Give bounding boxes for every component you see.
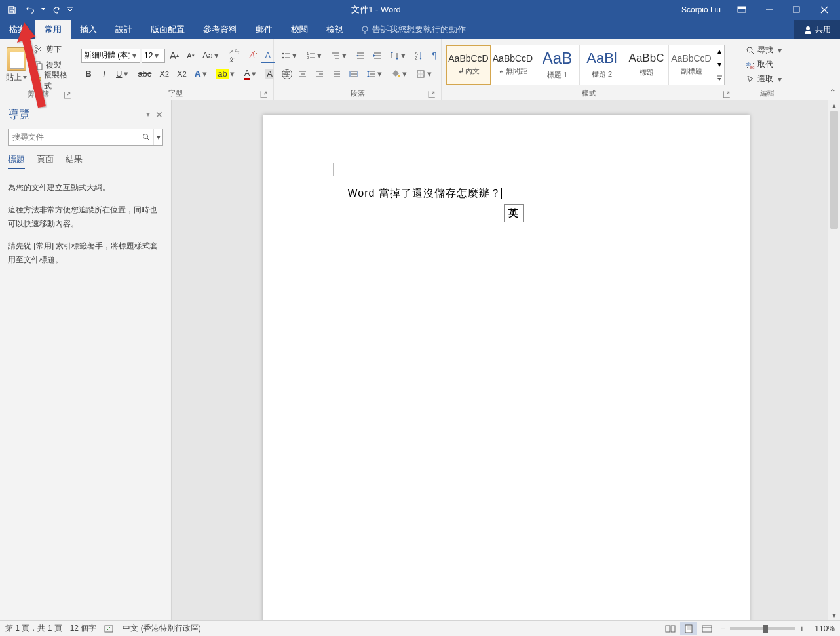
tab-view[interactable]: 檢視 xyxy=(317,20,353,39)
styles-down-icon[interactable]: ▾ xyxy=(714,58,724,71)
user-name[interactable]: Scorpio Liu xyxy=(675,5,727,14)
scroll-thumb[interactable] xyxy=(830,111,838,229)
style-heading2[interactable]: AaBl標題 2 xyxy=(580,45,624,85)
share-button[interactable]: 共用 xyxy=(794,20,840,39)
document-area[interactable]: Word 當掉了還沒儲存怎麼辦？​ 英 ▴ ▾ xyxy=(172,100,840,620)
format-painter-button[interactable]: 複製格式 xyxy=(31,73,73,88)
styles-more-icon[interactable] xyxy=(714,71,724,84)
decrease-indent-button[interactable] xyxy=(353,49,368,63)
shrink-font-button[interactable]: A▾ xyxy=(183,49,198,63)
styles-up-icon[interactable]: ▴ xyxy=(714,45,724,58)
tab-home[interactable]: 常用 xyxy=(35,20,71,39)
phonetic-guide-button[interactable]: ㄨㄣ文 xyxy=(225,49,244,63)
page[interactable]: Word 當掉了還沒儲存怎麼辦？​ 英 xyxy=(263,115,750,620)
undo-dropdown-icon[interactable] xyxy=(41,2,46,18)
multilevel-button[interactable]: ▾ xyxy=(328,49,351,63)
zoom-slider[interactable] xyxy=(730,627,795,630)
find-button[interactable]: 尋找▾ xyxy=(743,44,786,57)
strike-button[interactable]: abc xyxy=(134,67,155,81)
dialog-launcher-icon[interactable] xyxy=(64,91,71,99)
tab-insert[interactable]: 插入 xyxy=(71,20,106,39)
cut-button[interactable]: 剪下 xyxy=(31,42,73,56)
highlight-button[interactable]: ab▾ xyxy=(213,67,239,81)
redo-icon[interactable] xyxy=(48,2,64,18)
font-size-combo[interactable]: 12▾ xyxy=(142,49,165,63)
undo-icon[interactable] xyxy=(22,2,38,18)
align-right-button[interactable] xyxy=(312,67,328,81)
underline-button[interactable]: U▾ xyxy=(113,67,133,81)
replace-button[interactable]: abac取代 xyxy=(743,58,786,71)
change-case-button[interactable]: Aa▾ xyxy=(199,49,224,63)
font-color-button[interactable]: A▾ xyxy=(241,67,261,81)
nav-dropdown-icon[interactable]: ▾ xyxy=(146,109,150,120)
nav-tab-pages[interactable]: 頁面 xyxy=(37,153,54,169)
read-mode-icon[interactable] xyxy=(662,622,679,635)
styles-gallery[interactable]: AaBbCcD↲內文 AaBbCcD↲無間距 AaB標題 1 AaBl標題 2 … xyxy=(446,45,725,85)
page-indicator[interactable]: 第 1 頁，共 1 頁 xyxy=(5,623,62,634)
qat-customize-icon[interactable] xyxy=(67,2,73,18)
dialog-launcher-icon[interactable] xyxy=(260,90,268,98)
borders-button[interactable]: ▾ xyxy=(413,67,436,81)
align-center-button[interactable] xyxy=(295,67,311,81)
zoom-out-icon[interactable]: − xyxy=(721,624,726,634)
subscript-button[interactable]: X2 xyxy=(156,67,172,81)
nav-search-box[interactable]: ▾ xyxy=(8,129,163,146)
scroll-up-icon[interactable]: ▴ xyxy=(828,100,840,111)
style-subtitle[interactable]: AaBbCcD副標題 xyxy=(669,45,714,85)
char-border-button[interactable]: A xyxy=(261,49,275,63)
word-count[interactable]: 12 個字 xyxy=(70,623,97,634)
minimize-icon[interactable] xyxy=(756,0,782,20)
tab-references[interactable]: 參考資料 xyxy=(194,20,246,39)
sort-button[interactable]: AZ xyxy=(411,49,426,63)
font-name-combo[interactable]: 新細明體 (本文▾ xyxy=(81,49,140,63)
nav-close-icon[interactable]: ✕ xyxy=(155,109,163,120)
print-layout-icon[interactable] xyxy=(680,622,697,635)
nav-search-dropdown-icon[interactable]: ▾ xyxy=(153,129,162,145)
grow-font-button[interactable]: A▴ xyxy=(166,49,182,63)
distributed-button[interactable] xyxy=(346,67,362,81)
zoom-value[interactable]: 110% xyxy=(809,624,835,633)
dialog-launcher-icon[interactable] xyxy=(428,90,436,98)
language-indicator[interactable]: 中文 (香港特別行政區) xyxy=(123,623,200,634)
bold-button[interactable]: B xyxy=(81,67,96,81)
style-title[interactable]: AaBbC標題 xyxy=(624,45,669,85)
tab-mailings[interactable]: 郵件 xyxy=(246,20,282,39)
paste-button[interactable]: 貼上 xyxy=(4,43,28,87)
superscript-button[interactable]: X2 xyxy=(174,67,190,81)
nav-tab-headings[interactable]: 標題 xyxy=(8,153,25,169)
scroll-down-icon[interactable]: ▾ xyxy=(828,610,840,620)
style-normal[interactable]: AaBbCcD↲內文 xyxy=(446,45,491,85)
tab-design[interactable]: 設計 xyxy=(106,20,142,39)
tab-review[interactable]: 校閱 xyxy=(282,20,317,39)
italic-button[interactable]: I xyxy=(97,67,111,81)
save-icon[interactable] xyxy=(4,2,20,18)
tell-me[interactable]: 告訴我您想要執行的動作 xyxy=(353,20,794,39)
line-spacing-button[interactable]: ▾ xyxy=(363,67,387,81)
proofing-icon[interactable] xyxy=(104,624,115,633)
style-heading1[interactable]: AaB標題 1 xyxy=(535,45,580,85)
collapse-ribbon-icon[interactable]: ⌃ xyxy=(830,88,836,97)
nav-search-icon[interactable] xyxy=(138,129,153,145)
document-text[interactable]: Word 當掉了還沒儲存怎麼辦？​ xyxy=(348,187,502,201)
nav-tab-results[interactable]: 結果 xyxy=(66,153,83,169)
shading-button[interactable]: ▾ xyxy=(388,67,411,81)
nav-search-input[interactable] xyxy=(9,132,138,142)
maximize-icon[interactable] xyxy=(784,0,810,20)
ribbon-display-icon[interactable] xyxy=(729,0,755,20)
text-direction-button[interactable]: ▾ xyxy=(387,49,410,63)
vertical-scrollbar[interactable]: ▴ ▾ xyxy=(828,100,840,620)
justify-button[interactable] xyxy=(329,67,345,81)
increase-indent-button[interactable] xyxy=(370,49,385,63)
zoom-in-icon[interactable]: + xyxy=(799,624,805,634)
style-nospacing[interactable]: AaBbCcD↲無間距 xyxy=(491,45,535,85)
align-left-button[interactable] xyxy=(278,67,294,81)
zoom-thumb[interactable] xyxy=(763,625,768,633)
bullets-button[interactable]: ▾ xyxy=(278,49,301,63)
text-effects-button[interactable]: A▾ xyxy=(191,67,212,81)
web-layout-icon[interactable] xyxy=(698,622,716,635)
clear-format-button[interactable]: A xyxy=(245,49,259,63)
close-icon[interactable] xyxy=(811,0,837,20)
select-button[interactable]: 選取▾ xyxy=(743,73,786,86)
show-marks-button[interactable]: ¶ xyxy=(427,49,442,63)
tab-layout[interactable]: 版面配置 xyxy=(142,20,194,39)
